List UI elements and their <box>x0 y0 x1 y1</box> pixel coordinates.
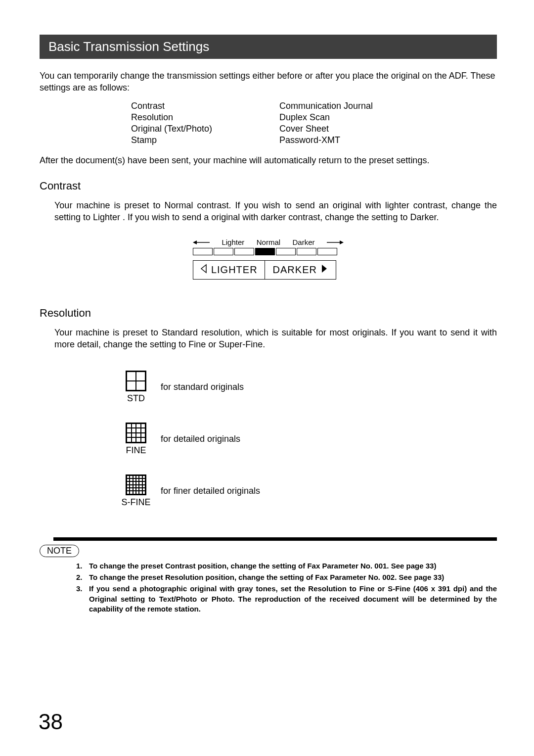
std-grid-icon <box>126 371 146 391</box>
setting-item: Cover Sheet <box>279 124 428 134</box>
setting-item: Contrast <box>131 101 279 111</box>
page-title: Basic Transmission Settings <box>48 39 209 54</box>
page-title-bar: Basic Transmission Settings <box>40 35 497 59</box>
arrow-right-icon <box>327 238 344 246</box>
resolution-std: STD for standard originals <box>121 371 497 404</box>
note-number: 3. <box>76 584 89 614</box>
std-label: STD <box>121 393 151 404</box>
resolution-heading: Resolution <box>40 307 497 320</box>
contrast-current-icon <box>255 248 275 255</box>
note-number: 2. <box>76 572 89 582</box>
setting-item: Communication Journal <box>279 101 428 111</box>
resolution-fine: FINE for detailed originals <box>121 423 497 456</box>
svg-marker-5 <box>322 265 327 273</box>
settings-list: Contrast Resolution Original (Text/Photo… <box>131 101 497 146</box>
after-paragraph: After the document(s) have been sent, yo… <box>40 155 497 166</box>
fine-grid-icon <box>126 423 146 443</box>
contrast-body: Your machine is preset to Normal contras… <box>54 199 497 224</box>
resolution-sfine: S-FINE for finer detailed originals <box>121 474 497 508</box>
svg-marker-4 <box>201 265 206 273</box>
label-lighter: Lighter <box>222 238 244 246</box>
contrast-buttons: LIGHTER DARKER <box>193 260 336 280</box>
note-badge: NOTE <box>40 545 79 557</box>
note-number: 1. <box>76 561 89 571</box>
resolution-body: Your machine is preset to Standard resol… <box>54 327 497 351</box>
sfine-grid-icon <box>126 474 146 495</box>
fine-desc: for detailed originals <box>161 434 240 444</box>
note-text: To change the preset Contrast position, … <box>89 561 497 571</box>
settings-column-1: Contrast Resolution Original (Text/Photo… <box>131 101 279 146</box>
note-text: If you send a photographic original with… <box>89 584 497 614</box>
label-darker: Darker <box>293 238 315 246</box>
svg-marker-3 <box>340 240 344 244</box>
page-number: 38 <box>39 709 63 734</box>
lighter-button[interactable]: LIGHTER <box>193 261 265 279</box>
setting-item: Resolution <box>131 112 279 123</box>
setting-item: Original (Text/Photo) <box>131 124 279 134</box>
resolution-items: STD for standard originals FINE for deta… <box>121 371 497 508</box>
contrast-indicator <box>193 248 344 255</box>
note-text: To change the preset Resolution position… <box>89 572 497 582</box>
arrow-left-icon <box>193 238 210 246</box>
note-list: 1.To change the preset Contrast position… <box>76 561 497 614</box>
std-desc: for standard originals <box>161 382 244 392</box>
darker-button-label: DARKER <box>273 264 317 276</box>
contrast-diagram: Lighter Normal Darker LIGHTER DARKER <box>193 238 344 280</box>
settings-column-2: Communication Journal Duplex Scan Cover … <box>279 101 428 146</box>
fine-label: FINE <box>121 445 151 456</box>
sfine-desc: for finer detailed originals <box>161 486 260 496</box>
contrast-heading: Contrast <box>40 180 497 192</box>
lighter-button-label: LIGHTER <box>211 264 258 276</box>
svg-marker-1 <box>193 240 197 244</box>
triangle-left-icon <box>200 264 207 276</box>
setting-item: Password-XMT <box>279 135 428 145</box>
note-rule <box>53 537 497 541</box>
label-normal: Normal <box>257 238 280 246</box>
setting-item: Stamp <box>131 135 279 145</box>
triangle-right-icon <box>321 264 328 276</box>
setting-item: Duplex Scan <box>279 112 428 123</box>
darker-button[interactable]: DARKER <box>265 261 336 279</box>
intro-paragraph: You can temporarily change the transmiss… <box>40 70 497 94</box>
sfine-label: S-FINE <box>121 497 151 508</box>
